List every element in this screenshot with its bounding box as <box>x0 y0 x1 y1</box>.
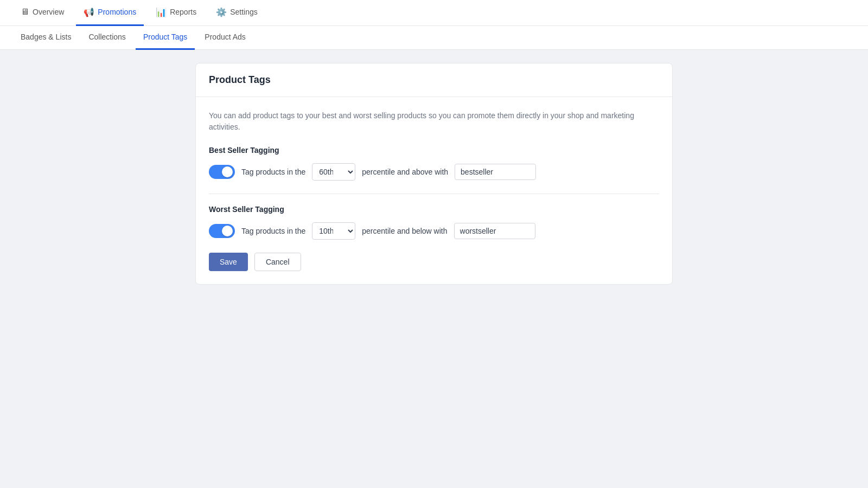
best-seller-prefix: Tag products in the <box>241 168 305 176</box>
card-body: You can add product tags to your best an… <box>196 97 672 284</box>
section-divider <box>209 194 659 194</box>
sub-nav-label-collections: Collections <box>88 33 125 41</box>
worst-seller-prefix: Tag products in the <box>241 227 305 235</box>
cancel-button[interactable]: Cancel <box>254 253 301 271</box>
sub-nav-product-ads[interactable]: Product Ads <box>197 26 253 50</box>
sub-nav-collections[interactable]: Collections <box>81 26 133 50</box>
worst-seller-title: Worst Seller Tagging <box>209 205 659 214</box>
best-seller-percentile-select[interactable]: 60th 10th 20th 30th 40th 50th 70th 80th … <box>312 163 355 181</box>
sub-nav-label-product-tags: Product Tags <box>143 33 187 41</box>
best-seller-title: Best Seller Tagging <box>209 146 659 155</box>
nav-label-promotions: Promotions <box>98 8 136 16</box>
main-content: Product Tags You can add product tags to… <box>0 50 868 298</box>
nav-item-settings[interactable]: ⚙️ Settings <box>208 0 265 26</box>
best-seller-suffix: percentile and above with <box>362 168 448 176</box>
settings-icon: ⚙️ <box>216 7 227 17</box>
worst-seller-percentile-select[interactable]: 10th 5th 15th 20th 25th 30th <box>312 222 355 240</box>
worst-seller-tag-input[interactable] <box>454 223 535 239</box>
product-tags-card: Product Tags You can add product tags to… <box>195 63 673 285</box>
worst-seller-row: Tag products in the 10th 5th 15th 20th 2… <box>209 222 659 240</box>
best-seller-tag-input[interactable] <box>455 164 536 180</box>
sub-nav: Badges & Lists Collections Product Tags … <box>0 26 868 50</box>
worst-seller-toggle[interactable] <box>209 224 235 238</box>
action-buttons: Save Cancel <box>209 253 659 271</box>
overview-icon: 🖥 <box>21 7 29 17</box>
nav-label-reports: Reports <box>170 8 196 16</box>
card-header: Product Tags <box>196 63 672 97</box>
card-description: You can add product tags to your best an… <box>209 110 659 133</box>
nav-item-reports[interactable]: 📊 Reports <box>148 0 204 26</box>
reports-icon: 📊 <box>156 7 167 17</box>
best-seller-row: Tag products in the 60th 10th 20th 30th … <box>209 163 659 181</box>
best-seller-section: Best Seller Tagging Tag products in the … <box>209 146 659 181</box>
card-title: Product Tags <box>209 74 659 86</box>
top-nav: 🖥 Overview 📢 Promotions 📊 Reports ⚙️ Set… <box>0 0 868 26</box>
nav-item-promotions[interactable]: 📢 Promotions <box>76 0 144 26</box>
nav-label-settings: Settings <box>230 8 258 16</box>
best-seller-toggle[interactable] <box>209 165 235 179</box>
nav-label-overview: Overview <box>33 8 64 16</box>
promotions-icon: 📢 <box>84 7 94 17</box>
sub-nav-label-badges: Badges & Lists <box>21 33 71 41</box>
worst-seller-suffix: percentile and below with <box>362 227 447 235</box>
worst-seller-section: Worst Seller Tagging Tag products in the… <box>209 205 659 240</box>
sub-nav-product-tags[interactable]: Product Tags <box>136 26 195 50</box>
save-button[interactable]: Save <box>209 253 248 271</box>
sub-nav-badges[interactable]: Badges & Lists <box>13 26 79 50</box>
nav-item-overview[interactable]: 🖥 Overview <box>13 0 72 26</box>
sub-nav-label-product-ads: Product Ads <box>205 33 246 41</box>
